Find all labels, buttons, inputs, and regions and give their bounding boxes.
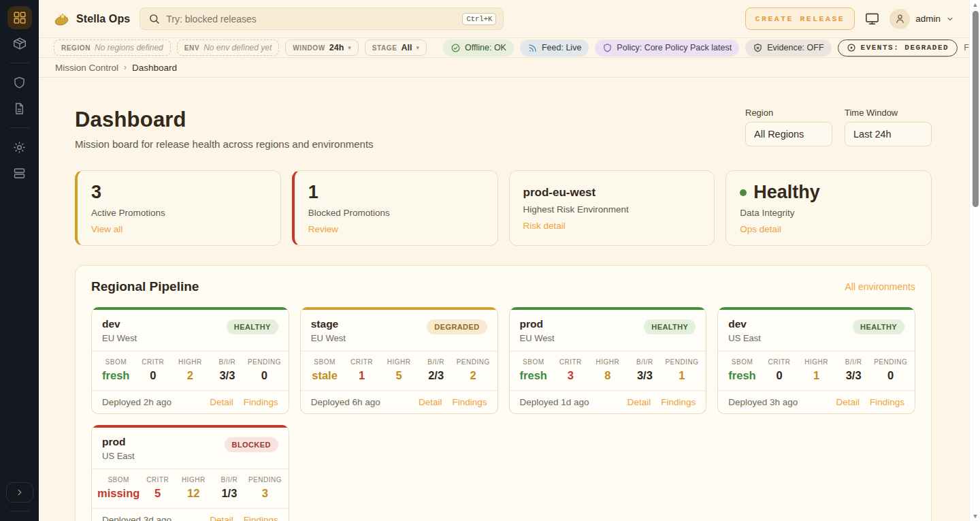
region-chip-value: No regions defined	[95, 43, 163, 52]
pipeline-card-footer: Deployed 6h agoDetailFindings	[301, 390, 497, 413]
detail-link[interactable]: Detail	[210, 515, 233, 521]
time-window-filter-select[interactable]: Last 24h	[845, 122, 932, 146]
detail-link[interactable]: Detail	[210, 397, 233, 407]
offline-status-chip[interactable]: Offline: OK	[443, 40, 514, 57]
pipeline-card: devEU WestHEALTHYSBOMfreshCRITR0HIGHR2B/…	[91, 307, 289, 414]
health-dot-icon	[740, 189, 747, 196]
metric-value: 5	[140, 487, 176, 500]
create-release-button[interactable]: CREATE RELEASE	[745, 7, 855, 30]
summary-card-link[interactable]: View all	[91, 224, 122, 234]
search-bar[interactable]: Ctrl+K	[140, 7, 504, 30]
metrics-row: SBOMmissingCRITR5HIGHR12B/I/R1/3PENDING3	[92, 469, 289, 508]
stage-value: All	[402, 43, 412, 52]
sidebar-item-infrastructure[interactable]	[7, 161, 32, 185]
pipeline-card: stageEU WestDEGRADEDSBOMstaleCRITR1HIGHR…	[300, 307, 498, 414]
region-name: US East	[102, 451, 135, 461]
top-bar: Stella Ops Ctrl+K CREATE RELEASE admin	[39, 0, 969, 38]
sidebar-item-dashboard[interactable]	[7, 6, 32, 29]
sidebar-collapse-button[interactable]	[6, 482, 33, 503]
metric-value: 5	[380, 369, 418, 382]
detail-link[interactable]: Detail	[836, 397, 860, 407]
status-badge: HEALTHY	[644, 319, 696, 334]
region-filter-label: Region	[745, 108, 832, 118]
summary-card-label: Highest Risk Environment	[523, 204, 701, 215]
metric: SBOMmissing	[97, 476, 140, 500]
summary-card-value: 3	[91, 183, 267, 203]
sidebar	[0, 0, 39, 521]
metric: PENDING1	[664, 358, 701, 382]
metric-label: B/I/R	[212, 476, 248, 484]
sidebar-item-settings[interactable]	[7, 136, 32, 159]
search-input[interactable]	[166, 14, 456, 25]
shield-x-icon	[753, 43, 763, 53]
metric: CRITR0	[135, 358, 172, 382]
findings-link[interactable]: Findings	[244, 515, 278, 521]
summary-card-label: Active Promotions	[91, 208, 267, 218]
findings-link[interactable]: Findings	[244, 397, 278, 407]
offline-status-text: Offline: OK	[465, 43, 506, 52]
region-context-chip: REGION No regions defined	[54, 40, 171, 56]
sidebar-item-releases[interactable]	[7, 32, 32, 55]
window-dropdown[interactable]: WINDOW 24h ▾	[285, 40, 359, 56]
user-menu[interactable]: admin	[889, 9, 954, 29]
region-name: US East	[728, 333, 761, 343]
avatar	[889, 9, 910, 29]
metric: CRITR0	[761, 358, 798, 382]
metric-value: 1	[664, 369, 701, 382]
policy-status-chip[interactable]: Policy: Core Policy Pack latest	[595, 40, 739, 57]
page-subtitle: Mission board for release health across …	[75, 138, 374, 150]
metric-label: SBOM	[97, 476, 140, 484]
metric-value: 0	[872, 369, 909, 382]
summary-card-link[interactable]: Review	[308, 224, 338, 234]
metric-value: missing	[97, 487, 140, 500]
scrollbar-up-arrow[interactable]: ▲	[970, 0, 980, 10]
shield-icon	[602, 43, 612, 53]
feed-status-chip[interactable]: Feed: Live	[520, 40, 589, 57]
region-filter-select[interactable]: All Regions	[745, 122, 832, 146]
page-scrollbar[interactable]: ▲ ▼	[969, 0, 980, 521]
findings-link[interactable]: Findings	[661, 397, 696, 407]
sidebar-divider	[10, 127, 30, 128]
sidebar-item-security[interactable]	[7, 71, 32, 94]
metrics-row: SBOMfreshCRITR0HIGHR2B/I/R3/3PENDING0	[92, 351, 289, 390]
pipeline-card-titles: devEU West	[102, 318, 137, 343]
pipeline-card-header: devEU WestHEALTHY	[92, 310, 289, 351]
scrollbar-thumb[interactable]	[973, 11, 979, 207]
metric-label: PENDING	[246, 358, 283, 366]
environment-name: dev	[102, 318, 137, 330]
time-window-filter-label: Time Window	[845, 108, 932, 118]
deployed-text: Deployed 2h ago	[102, 397, 172, 407]
context-warning-text: Failed to persist global context prefere…	[964, 43, 969, 52]
scrollbar-down-arrow[interactable]: ▼	[970, 511, 980, 521]
region-name: EU West	[311, 333, 346, 343]
metric: B/I/R2/3	[417, 358, 455, 382]
stage-dropdown[interactable]: STAGE All ▾	[365, 40, 427, 56]
deployed-text: Deployed 1d ago	[520, 397, 589, 407]
user-name: admin	[915, 14, 941, 24]
detail-link[interactable]: Detail	[419, 397, 442, 407]
pipeline-card-footer: Deployed 1d agoDetailFindings	[510, 390, 706, 413]
summary-card-link[interactable]: Risk detail	[523, 221, 566, 231]
metric: SBOMfresh	[97, 358, 135, 382]
sidebar-divider	[10, 63, 30, 63]
metric-label: B/I/R	[835, 358, 872, 366]
metric-value: 0	[135, 369, 172, 382]
breadcrumb-parent[interactable]: Mission Control	[55, 63, 118, 73]
monitor-icon[interactable]	[864, 11, 880, 27]
summary-card-link[interactable]: Ops detail	[740, 224, 781, 234]
chevron-down-icon: ▾	[348, 44, 351, 51]
env-chip-label: ENV	[184, 44, 199, 52]
all-environments-link[interactable]: All environments	[845, 281, 916, 292]
metric: B/I/R3/3	[626, 358, 664, 382]
sidebar-bottom-divider	[10, 511, 29, 511]
policy-status-text: Policy: Core Policy Pack latest	[617, 43, 732, 52]
findings-link[interactable]: Findings	[452, 397, 487, 407]
evidence-status-chip[interactable]: Evidence: OFF	[745, 40, 831, 57]
events-status-pill[interactable]: EVENTS: DEGRADED	[838, 40, 958, 57]
sidebar-item-documents[interactable]	[7, 97, 32, 120]
findings-link[interactable]: Findings	[870, 397, 904, 407]
chevron-right-icon	[15, 488, 24, 497]
detail-link[interactable]: Detail	[627, 397, 651, 407]
panel-title: Regional Pipeline	[91, 279, 199, 294]
status-badge: HEALTHY	[227, 319, 278, 334]
